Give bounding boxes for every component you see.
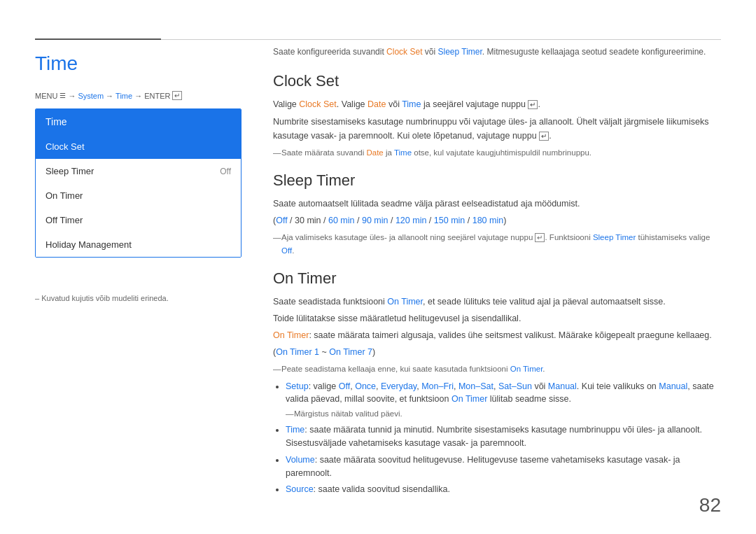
breadcrumb-menu-icon: ☰: [59, 92, 66, 99]
page-number: 82: [699, 494, 721, 517]
sidebar-item-label: Clock Set: [46, 141, 85, 152]
sidebar-item-holiday-management[interactable]: Holiday Management: [36, 232, 241, 257]
sidebar-item-label: Off Timer: [46, 215, 83, 225]
breadcrumb-arrow1: →: [68, 92, 76, 100]
sidebar-note: – Kuvatud kujutis võib mudeliti erineda.: [35, 294, 169, 302]
page-title: Time: [35, 52, 78, 75]
top-bar: [35, 38, 721, 40]
breadcrumb-arrow2: →: [106, 92, 113, 100]
sidebar-item-off-timer[interactable]: Off Timer: [36, 208, 241, 232]
section-body-on-timer: Saate seadistada funktsiooni On Timer, e…: [273, 295, 721, 496]
intro-sleep-timer: Sleep Timer: [438, 47, 482, 57]
sidebar-item-label: Holiday Management: [46, 239, 132, 250]
content-area: Saate konfigureerida suvandit Clock Set …: [273, 45, 721, 500]
breadcrumb-time: Time: [115, 92, 132, 100]
sidebar-item-label: Sleep Timer: [46, 166, 94, 176]
section-body-clock-set: Valige Clock Set. Valige Date või Time j…: [273, 97, 721, 159]
section-body-sleep-timer: Saate automaatselt lülitada seadme välja…: [273, 197, 721, 257]
breadcrumb-enter-icon: ↵: [172, 91, 182, 100]
breadcrumb: MENU ☰ → System → Time → ENTER ↵: [35, 91, 182, 100]
breadcrumb-enter: ENTER: [144, 92, 170, 100]
sidebar-header: Time: [36, 109, 241, 134]
sidebar-item-clock-set[interactable]: Clock Set: [36, 134, 241, 159]
on-timer-bullets: Setup: valige Off, Once, Everyday, Mon–F…: [286, 380, 721, 497]
content-intro: Saate konfigureerida suvandit Clock Set …: [273, 45, 721, 58]
breadcrumb-menu: MENU: [35, 92, 57, 100]
breadcrumb-system: System: [78, 92, 104, 100]
section-title-clock-set: Clock Set: [273, 72, 721, 90]
sidebar-item-value: Off: [220, 167, 231, 176]
sidebar-item-on-timer[interactable]: On Timer: [36, 183, 241, 208]
intro-clock-set: Clock Set: [386, 47, 422, 57]
sidebar-item-label: On Timer: [46, 190, 83, 201]
sidebar-item-sleep-timer[interactable]: Sleep Timer Off: [36, 159, 241, 183]
breadcrumb-arrow3: →: [134, 92, 142, 100]
section-title-sleep-timer: Sleep Timer: [273, 171, 721, 190]
sidebar: Time Clock Set Sleep Timer Off On Timer …: [35, 108, 241, 258]
section-title-on-timer: On Timer: [273, 269, 721, 288]
